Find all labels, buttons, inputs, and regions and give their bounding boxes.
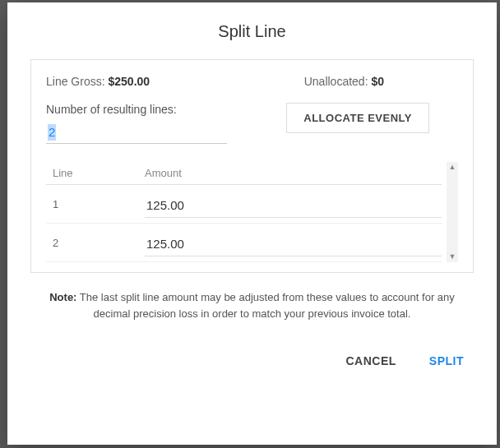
row-line-number: 2 [46,232,145,249]
note-label: Note: [49,291,76,303]
num-lines-input[interactable] [46,119,227,144]
controls-row: Number of resulting lines: 2 ALLOCATE EV… [46,103,458,144]
table-scrollbar[interactable]: ▲ ▼ [447,162,458,262]
line-gross-label: Line Gross: [46,75,108,88]
row-line-number: 1 [46,193,145,210]
modal-title: Split Line [30,22,474,41]
unallocated: Unallocated: $0 [304,75,384,88]
num-lines-input-wrap: 2 [46,119,227,144]
summary-row: Line Gross: $250.00 Unallocated: $0 [46,75,458,88]
cancel-button[interactable]: CANCEL [342,349,399,372]
split-button[interactable]: SPLIT [426,349,467,372]
line-gross: Line Gross: $250.00 [46,75,150,88]
split-table: Line Amount 1 2 [46,162,447,262]
unallocated-value: $0 [371,75,384,88]
note-text: Note: The last split line amount may be … [30,289,474,321]
row-amount-cell [145,232,442,256]
num-lines-label: Number of resulting lines: [46,103,227,116]
amount-input[interactable] [145,232,442,256]
row-amount-cell [145,193,442,218]
modal-actions: CANCEL SPLIT [30,349,474,372]
table-row: 1 [46,185,442,224]
line-gross-value: $250.00 [108,75,150,88]
table-row: 2 [46,224,442,262]
split-line-modal: Split Line Line Gross: $250.00 Unallocat… [7,2,497,445]
table-header: Line Amount [46,162,442,185]
scroll-down-icon[interactable]: ▼ [449,253,456,261]
num-lines-field: Number of resulting lines: 2 [46,103,227,144]
scroll-up-icon[interactable]: ▲ [449,164,456,171]
unallocated-label: Unallocated: [304,75,372,88]
amount-input[interactable] [145,193,442,218]
header-line: Line [46,167,145,179]
allocate-evenly-button[interactable]: ALLOCATE EVENLY [286,103,429,133]
note-body: The last split line amount may be adjust… [76,291,454,320]
header-amount: Amount [145,167,442,179]
split-table-area: Line Amount 1 2 ▲ ▼ [46,162,458,262]
content-box: Line Gross: $250.00 Unallocated: $0 Numb… [30,59,474,273]
